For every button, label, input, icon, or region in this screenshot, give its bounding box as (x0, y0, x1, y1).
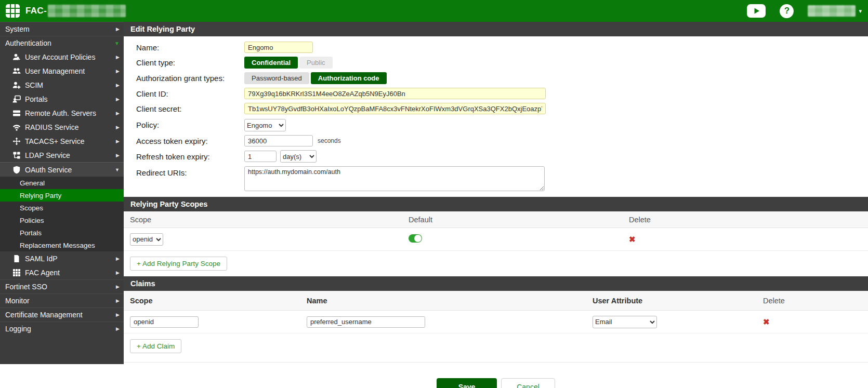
claims-section-title: Claims (124, 276, 868, 291)
relying-party-form: Name: Client type: Confidential Public A… (124, 36, 868, 197)
chevron-right-icon: ▶ (116, 83, 120, 88)
redirect-uris-label: Redirect URIs: (136, 166, 244, 177)
cross-arrows-icon (12, 137, 21, 145)
sidebar-item-oauth-policies[interactable]: Policies (0, 214, 124, 226)
scope-row: openid ✖ (124, 228, 868, 251)
sidebar-item-logging[interactable]: Logging ▶ (0, 322, 124, 336)
client-type-label: Client type: (136, 58, 244, 67)
sidebar-item-user-account-policies[interactable]: User Account Policies ▶ (0, 50, 124, 64)
claim-row: Email ✖ (124, 311, 868, 333)
user-menu[interactable]: ▾ (808, 5, 862, 17)
youtube-icon[interactable] (747, 4, 766, 18)
sidebar-item-oauth-replacement-messages[interactable]: Replacement Messages (0, 239, 124, 251)
chevron-right-icon: ▶ (116, 69, 120, 74)
grant-types-label: Authorization grant types: (136, 74, 244, 83)
user-window-icon (12, 95, 21, 103)
sidebar-item-oauth-general[interactable]: General (0, 177, 124, 189)
scope-select[interactable]: openid (130, 233, 163, 246)
delete-claim-icon[interactable]: ✖ (763, 317, 770, 326)
sidebar-item-ldap-service[interactable]: LDAP Service ▶ (0, 148, 124, 162)
top-bar: FAC- ? ▾ (0, 0, 868, 22)
chevron-right-icon: ▶ (116, 312, 120, 317)
user-gear-icon (12, 81, 21, 89)
sidebar-item-remote-auth-servers[interactable]: Remote Auth. Servers ▶ (0, 106, 124, 120)
client-type-confidential-button[interactable]: Confidential (244, 57, 298, 69)
users-icon (12, 67, 21, 75)
help-icon[interactable]: ? (780, 4, 794, 18)
access-token-unit: seconds (318, 137, 341, 144)
chevron-right-icon: ▶ (116, 139, 120, 144)
client-id-label: Client ID: (136, 89, 244, 98)
chevron-right-icon: ▶ (116, 298, 120, 303)
fortinet-grid-logo (6, 4, 20, 18)
name-input[interactable] (244, 42, 313, 53)
save-button[interactable]: Save (437, 378, 497, 388)
add-claim-button[interactable]: + Add Claim (130, 339, 181, 353)
claim-name-input[interactable] (307, 316, 425, 328)
policy-select[interactable]: Engomo (244, 119, 286, 131)
chevron-right-icon: ▶ (116, 284, 120, 289)
sidebar-item-tacacs-service[interactable]: TACACS+ Service ▶ (0, 134, 124, 148)
cancel-button[interactable]: Cancel (501, 378, 555, 388)
sidebar-item-oauth-relying-party[interactable]: Relying Party (0, 189, 124, 202)
sidebar-item-portals[interactable]: Portals ▶ (0, 92, 124, 106)
sidebar-item-certificate-management[interactable]: Certificate Management ▶ (0, 307, 124, 322)
page-title: Edit Relying Party (124, 22, 868, 36)
sidebar: System ▶ Authentication ▼ User Account P… (0, 22, 124, 364)
chevron-right-icon: ▶ (116, 111, 120, 116)
grant-password-based-button[interactable]: Password-based (244, 72, 309, 84)
grid-icon (12, 269, 21, 277)
claims-table-header: Scope Name User Attribute Delete (124, 291, 868, 311)
user-wrench-icon (12, 53, 21, 61)
redacted-username (808, 5, 856, 17)
shield-icon (12, 166, 21, 174)
scopes-col-default: Default (409, 216, 624, 224)
client-type-public-button[interactable]: Public (299, 57, 332, 69)
main-content: Edit Relying Party Name: Client type: Co… (124, 22, 868, 388)
claims-col-name: Name (307, 297, 593, 305)
chevron-right-icon: ▶ (116, 270, 120, 275)
sidebar-item-fortinet-sso[interactable]: Fortinet SSO ▶ (0, 279, 124, 293)
sidebar-item-monitor[interactable]: Monitor ▶ (0, 293, 124, 307)
refresh-token-expiry-input[interactable] (244, 151, 277, 162)
delete-scope-icon[interactable]: ✖ (629, 235, 636, 244)
chevron-right-icon: ▶ (116, 256, 120, 261)
claim-user-attribute-select[interactable]: Email (593, 316, 657, 328)
default-toggle[interactable] (409, 234, 422, 243)
sidebar-item-radius-service[interactable]: RADIUS Service ▶ (0, 120, 124, 134)
sidebar-item-oauth-scopes[interactable]: Scopes (0, 202, 124, 214)
sidebar-item-system[interactable]: System ▶ (0, 22, 124, 36)
grant-authorization-code-button[interactable]: Authorization code (311, 72, 387, 84)
redacted-hostname (48, 5, 126, 17)
sidebar-item-authentication[interactable]: Authentication ▼ (0, 36, 124, 50)
sidebar-item-saml-idp[interactable]: SAML IdP ▶ (0, 251, 124, 265)
sidebar-item-oauth-service[interactable]: OAuth Service ▼ (0, 162, 124, 177)
access-token-expiry-input[interactable] (244, 135, 313, 146)
scopes-section-title: Relying Party Scopes (124, 197, 868, 211)
redirect-uris-textarea[interactable]: https://auth.mydomain.com/auth (244, 166, 545, 191)
sidebar-item-oauth-portals[interactable]: Portals (0, 226, 124, 239)
client-id-input[interactable] (244, 88, 546, 99)
chevron-down-icon: ▼ (115, 167, 120, 172)
sidebar-item-fac-agent[interactable]: FAC Agent ▶ (0, 265, 124, 279)
chevron-right-icon: ▶ (116, 125, 120, 130)
scopes-table-header: Scope Default Delete (124, 211, 868, 228)
chevron-right-icon: ▶ (116, 26, 120, 32)
claim-scope-input[interactable] (130, 316, 199, 328)
refresh-token-unit-select[interactable]: day(s) (280, 150, 317, 163)
scopes-col-scope: Scope (130, 216, 409, 224)
claims-col-delete: Delete (748, 297, 868, 305)
claims-col-user-attribute: User Attribute (593, 297, 748, 305)
caret-down-icon: ▾ (859, 8, 862, 15)
add-relying-party-scope-button[interactable]: + Add Relying Party Scope (130, 257, 227, 271)
hierarchy-icon (12, 151, 21, 159)
chevron-down-icon: ▼ (114, 41, 120, 46)
scopes-col-delete: Delete (624, 216, 868, 224)
sidebar-item-scim[interactable]: SCIM ▶ (0, 78, 124, 92)
document-icon (12, 255, 21, 263)
sidebar-item-user-management[interactable]: User Management ▶ (0, 64, 124, 78)
chevron-right-icon: ▶ (116, 153, 120, 158)
name-label: Name: (136, 43, 244, 52)
client-secret-input[interactable] (244, 103, 546, 114)
chevron-right-icon: ▶ (116, 326, 120, 331)
